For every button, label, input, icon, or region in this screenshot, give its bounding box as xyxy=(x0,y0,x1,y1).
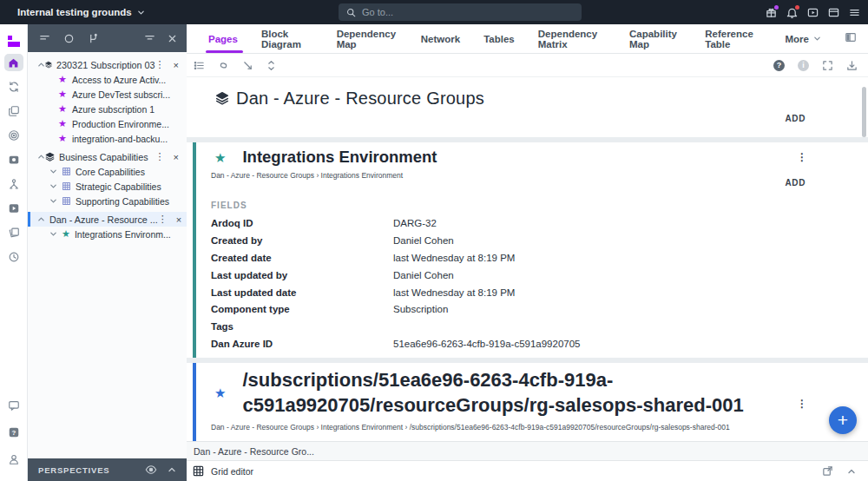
tab-dependency-matrix[interactable]: Dependency Matrix xyxy=(538,24,606,53)
kebab-menu-icon[interactable]: ⋮ xyxy=(797,151,807,163)
field-row: Component typeSubscription xyxy=(196,300,868,318)
workspace-row-selected[interactable]: Dan - Azure - Resource ... ⋮ × xyxy=(28,212,187,227)
breadcrumb: Dan - Azure - Resource Groups › Integrat… xyxy=(196,423,868,432)
expand-caret-icon[interactable] xyxy=(49,197,57,205)
info-circle-icon[interactable]: i xyxy=(798,60,809,71)
collapse-caret-icon[interactable] xyxy=(36,215,45,223)
chevron-up-icon[interactable] xyxy=(168,465,176,474)
gift-icon[interactable] xyxy=(765,6,778,19)
rail-pages-button[interactable] xyxy=(4,102,23,120)
component-row[interactable]: ★Production Environme... xyxy=(28,116,187,131)
filter-icon[interactable] xyxy=(143,32,155,44)
chevron-up-icon[interactable] xyxy=(847,467,856,476)
component-star-icon: ★ xyxy=(58,89,67,99)
close-workspace-icon[interactable]: × xyxy=(174,60,179,70)
create-fab-button[interactable]: + xyxy=(829,406,857,434)
branch-icon[interactable] xyxy=(87,32,99,44)
download-icon[interactable] xyxy=(846,60,858,71)
component-row[interactable]: ★Azure DevTest subscri... xyxy=(28,87,187,102)
capability-row[interactable]: Strategic Capabilities xyxy=(28,179,187,194)
sort-arrows-icon[interactable] xyxy=(266,60,276,71)
scenario-circle-icon[interactable] xyxy=(62,32,75,44)
kebab-menu-icon[interactable]: ⋮ xyxy=(155,151,165,162)
menu-hamburger-icon[interactable] xyxy=(848,6,861,19)
component-row[interactable]: ★Access to Azure Activ... xyxy=(28,72,187,87)
workspace-row[interactable]: Business Capabilities ⋮ × xyxy=(28,149,187,164)
collapse-caret-icon[interactable] xyxy=(36,61,45,69)
org-switcher[interactable]: Internal testing grounds xyxy=(17,7,145,17)
component-row[interactable]: ★ Integrations Environm... xyxy=(28,227,187,241)
video-tutorials-icon[interactable] xyxy=(806,6,819,19)
rail-sync-button[interactable] xyxy=(4,78,23,96)
tab-network[interactable]: Network xyxy=(421,24,460,53)
help-circle-icon[interactable]: ? xyxy=(773,60,785,71)
field-label: Last updated date xyxy=(211,287,393,298)
rail-metamodel-button[interactable] xyxy=(4,175,23,193)
rail-home-button[interactable] xyxy=(4,54,23,71)
expand-caret-icon[interactable] xyxy=(49,230,57,238)
close-workspace-icon[interactable]: × xyxy=(174,152,179,162)
kebab-menu-icon[interactable]: ⋮ xyxy=(158,214,168,225)
select-pointer-icon[interactable] xyxy=(242,60,253,71)
add-button[interactable]: ADD xyxy=(786,178,806,188)
field-value-link[interactable]: Daniel Cohen xyxy=(393,235,454,246)
eye-icon[interactable] xyxy=(145,464,157,476)
play-video-icon xyxy=(8,202,20,214)
rail-reports-button[interactable] xyxy=(4,224,23,241)
global-search-input[interactable]: Go to... xyxy=(339,3,582,21)
workspace-row[interactable]: 230321 Subscription 03 ⋮ × xyxy=(28,57,187,72)
help-icon[interactable]: ? xyxy=(8,426,20,442)
tab-tables[interactable]: Tables xyxy=(483,24,515,53)
expand-caret-icon[interactable] xyxy=(49,182,57,190)
notifications-bell-icon[interactable] xyxy=(786,6,799,19)
component-star-icon: ★ xyxy=(58,75,67,84)
field-label: Component type xyxy=(211,304,393,314)
component-row[interactable]: ★Azure subscription 1 xyxy=(28,102,187,116)
field-row: Created byDaniel Cohen xyxy=(196,232,868,249)
field-value: 51ea6e96-6263-4cfb-919a-c591a9920705 xyxy=(393,339,581,349)
grid-editor-bar[interactable]: Grid editor xyxy=(187,460,868,481)
rail-presentations-button[interactable] xyxy=(4,151,23,168)
list-view-icon[interactable] xyxy=(194,60,205,71)
component-row[interactable]: ★integration-and-backu... xyxy=(28,131,187,146)
fullscreen-icon[interactable] xyxy=(822,60,833,71)
open-in-new-icon[interactable] xyxy=(822,465,833,477)
tab-dependency-map[interactable]: Dependency Map xyxy=(337,24,398,53)
kebab-menu-icon[interactable]: ⋮ xyxy=(797,398,807,410)
feedback-chat-icon[interactable] xyxy=(8,399,20,415)
capability-row[interactable]: Supporting Capabilities xyxy=(28,194,187,208)
split-panel-icon[interactable] xyxy=(845,31,857,47)
tab-capability-map[interactable]: Capability Map xyxy=(629,24,681,53)
expand-caret-icon[interactable] xyxy=(49,168,57,175)
rail-history-button[interactable] xyxy=(4,248,23,266)
sort-list-icon[interactable] xyxy=(38,32,50,44)
field-row: Dan Azure ID51ea6e96-6263-4cfb-919a-c591… xyxy=(196,335,868,353)
add-button[interactable]: ADD xyxy=(786,114,806,123)
capability-row[interactable]: Core Capabilities xyxy=(28,164,187,179)
page-title: Dan - Azure - Resource Groups xyxy=(236,89,484,109)
org-name: Internal testing grounds xyxy=(17,7,132,17)
user-profile-icon[interactable] xyxy=(8,453,20,469)
component-label: Azure DevTest subscri... xyxy=(72,89,170,100)
link-icon[interactable] xyxy=(218,60,229,71)
collapse-caret-icon[interactable] xyxy=(36,153,45,161)
perspectives-bar[interactable]: PERSPECTIVES xyxy=(28,458,187,481)
tab-more[interactable]: More xyxy=(786,24,821,53)
context-statusbar[interactable]: Dan - Azure - Resource Gro... xyxy=(187,441,868,460)
close-workspace-icon[interactable]: × xyxy=(176,214,181,225)
component-label: integration-and-backu... xyxy=(72,134,168,144)
inbox-icon[interactable] xyxy=(827,6,840,19)
rail-surveys-button[interactable] xyxy=(4,127,23,144)
capability-grid-icon xyxy=(62,167,71,176)
close-panel-icon[interactable] xyxy=(166,32,178,44)
main-area: Pages Block Diagram Dependency Map Netwo… xyxy=(187,24,868,481)
rail-broadcasts-button[interactable] xyxy=(4,200,23,217)
field-value-link[interactable]: Daniel Cohen xyxy=(393,270,454,280)
kebab-menu-icon[interactable]: ⋮ xyxy=(155,59,165,70)
field-label: Ardoq ID xyxy=(211,218,393,228)
workspace-layers-icon xyxy=(45,152,55,161)
tab-pages[interactable]: Pages xyxy=(208,24,238,53)
tab-reference-table[interactable]: Reference Table xyxy=(705,24,761,53)
tab-block-diagram[interactable]: Block Diagram xyxy=(261,24,313,53)
vertical-scrollbar[interactable] xyxy=(862,87,866,137)
